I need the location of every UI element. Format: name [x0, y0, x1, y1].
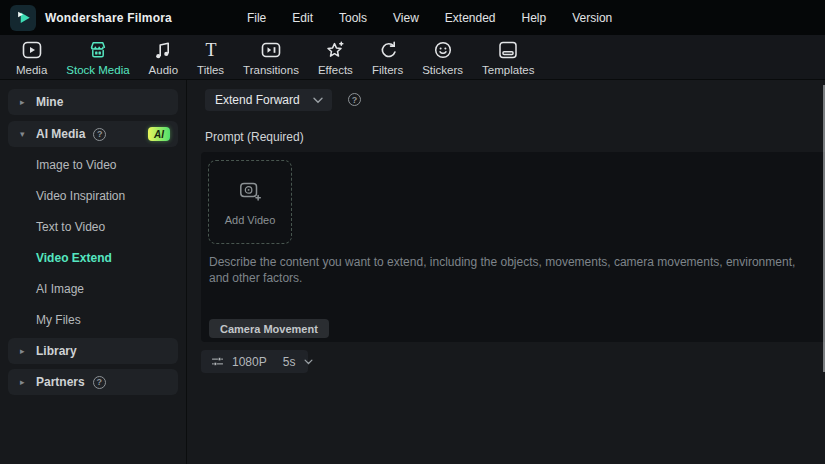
menu-items: File Edit Tools View Extended Help Versi… [234, 5, 625, 31]
menu-view[interactable]: View [380, 5, 432, 31]
chevron-right-icon: ▸ [20, 377, 32, 387]
add-video-label: Add Video [225, 214, 276, 226]
tab-transitions[interactable]: Transitions [237, 37, 305, 78]
menubar: Wondershare Filmora File Edit Tools View… [0, 0, 825, 35]
menu-extended[interactable]: Extended [432, 5, 509, 31]
sliders-icon [210, 354, 225, 369]
titles-icon: T [200, 39, 222, 61]
main-panel: Extend Forward ? Prompt (Required) Add V… [188, 80, 825, 464]
transitions-icon [260, 39, 282, 61]
extend-mode-dropdown[interactable]: Extend Forward [205, 89, 332, 111]
resolution-value: 1080P [232, 355, 267, 369]
extend-mode-value: Extend Forward [215, 93, 313, 107]
tab-filters[interactable]: Filters [366, 37, 409, 78]
tab-audio[interactable]: Audio [143, 37, 184, 78]
sidebar-item-video-inspiration[interactable]: Video Inspiration [36, 189, 125, 203]
chevron-down-icon [313, 97, 323, 104]
tab-templates[interactable]: Templates [476, 37, 540, 78]
ai-badge: AI [148, 127, 170, 141]
add-video-icon [237, 178, 263, 208]
chevron-down-icon: ▾ [20, 129, 32, 139]
menu-version[interactable]: Version [559, 5, 625, 31]
filmora-logo-icon [10, 5, 36, 31]
help-icon[interactable]: ? [93, 376, 106, 389]
stock-media-icon [87, 39, 109, 61]
tab-titles[interactable]: T Titles [191, 37, 230, 78]
tab-effects[interactable]: Effects [312, 37, 359, 78]
sidebar: ▸ Mine ▾ AI Media ? AI Image to Video Vi… [0, 80, 187, 464]
audio-icon [152, 39, 174, 61]
scrollbar[interactable] [823, 85, 825, 372]
menu-edit[interactable]: Edit [279, 5, 326, 31]
tab-media[interactable]: Media [10, 37, 53, 78]
chevron-right-icon: ▸ [20, 346, 32, 356]
effects-icon [324, 39, 346, 61]
stickers-icon [432, 39, 454, 61]
sidebar-group-mine[interactable]: ▸ Mine [8, 89, 178, 115]
help-icon[interactable]: ? [93, 128, 106, 141]
sidebar-group-partners[interactable]: ▸ Partners ? [8, 369, 178, 395]
output-settings-button[interactable]: 1080P 5s [201, 350, 308, 373]
sidebar-item-ai-image[interactable]: AI Image [36, 282, 84, 296]
sidebar-item-image-to-video[interactable]: Image to Video [36, 158, 117, 172]
prompt-textarea[interactable]: Add Video Describe the content you want … [201, 152, 825, 342]
sidebar-item-text-to-video[interactable]: Text to Video [36, 220, 105, 234]
duration-value: 5s [283, 355, 296, 369]
menu-tools[interactable]: Tools [326, 5, 380, 31]
camera-movement-chip[interactable]: Camera Movement [209, 319, 329, 338]
svg-text:T: T [205, 40, 216, 60]
tab-stock-media[interactable]: Stock Media [60, 37, 135, 78]
menu-help[interactable]: Help [509, 5, 560, 31]
add-video-button[interactable]: Add Video [208, 160, 292, 244]
media-icon [21, 39, 43, 61]
toolbar: Media Stock Media [0, 35, 825, 80]
chevron-down-icon [304, 359, 313, 365]
sidebar-item-my-files[interactable]: My Files [36, 313, 81, 327]
prompt-label: Prompt (Required) [205, 130, 304, 144]
chevron-right-icon: ▸ [20, 97, 32, 107]
filmora-window: Wondershare Filmora File Edit Tools View… [0, 0, 825, 464]
sidebar-item-video-extend[interactable]: Video Extend [36, 251, 112, 265]
menu-file[interactable]: File [234, 5, 279, 31]
app-title: Wondershare Filmora [45, 11, 172, 25]
tab-stickers[interactable]: Stickers [416, 37, 469, 78]
sidebar-group-ai-media[interactable]: ▾ AI Media ? AI [8, 121, 178, 147]
filters-icon [377, 39, 399, 61]
templates-icon [497, 39, 519, 61]
help-icon[interactable]: ? [348, 93, 361, 106]
sidebar-group-library[interactable]: ▸ Library [8, 338, 178, 364]
prompt-placeholder: Describe the content you want to extend,… [209, 254, 805, 286]
